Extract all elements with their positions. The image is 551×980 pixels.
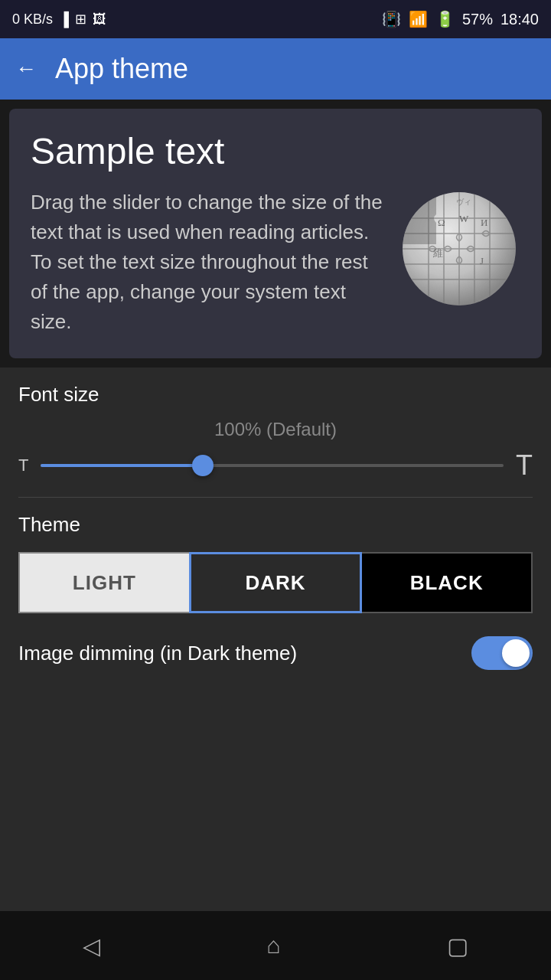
font-size-slider-row: T T <box>18 449 533 482</box>
wifi-icon: 📶 <box>409 10 428 28</box>
font-size-section-title: Font size <box>18 383 533 407</box>
app-bar: ← App theme <box>0 38 551 100</box>
vibrate-icon: 📳 <box>382 10 401 28</box>
toggle-thumb <box>502 639 530 667</box>
wikipedia-globe-image: Ω W И 維 J ヴィ <box>398 188 520 310</box>
theme-dark-button[interactable]: DARK <box>189 552 363 613</box>
image-dimming-row: Image dimming (in Dark theme) <box>18 636 533 670</box>
image-dimming-toggle[interactable] <box>471 636 533 670</box>
slider-thumb[interactable] <box>192 455 214 476</box>
nav-home-button[interactable]: ⌂ <box>266 933 280 959</box>
font-size-large-label: T <box>516 449 533 482</box>
theme-section-title: Theme <box>18 513 533 537</box>
svg-text:維: 維 <box>432 247 443 259</box>
battery-percent: 57% <box>462 11 493 28</box>
theme-light-button[interactable]: LIGHT <box>18 552 189 613</box>
signal-icon: ▐ <box>59 11 69 28</box>
image-dimming-label: Image dimming (in Dark theme) <box>18 642 297 665</box>
content-area: Font size 100% (Default) T T Theme LIGHT… <box>0 368 551 911</box>
preview-card: Sample text Drag the slider to change th… <box>9 109 542 358</box>
font-size-slider-container[interactable] <box>41 450 504 481</box>
divider-1 <box>18 497 533 498</box>
svg-text:Ω: Ω <box>438 217 445 228</box>
slider-fill <box>41 464 203 467</box>
nav-bar: ◁ ⌂ ▢ <box>0 911 551 980</box>
status-right: 📳 📶 🔋 57% 18:40 <box>382 10 539 28</box>
svg-text:ヴィ: ヴィ <box>456 198 471 206</box>
nav-recents-button[interactable]: ▢ <box>447 933 468 959</box>
status-left: 0 KB/s ▐ ⊞ 🖼 <box>12 11 106 28</box>
preview-description: Drag the slider to change the size of th… <box>31 188 383 337</box>
sample-text-heading: Sample text <box>31 130 520 172</box>
network-speed: 0 KB/s <box>12 11 53 28</box>
theme-buttons-group: LIGHT DARK BLACK <box>18 552 533 613</box>
barcode-icon: ⊞ <box>75 11 86 28</box>
page-title: App theme <box>55 53 188 85</box>
image-icon: 🖼 <box>93 11 106 28</box>
theme-black-button[interactable]: BLACK <box>362 552 533 613</box>
nav-back-button[interactable]: ◁ <box>83 933 100 959</box>
svg-text:W: W <box>459 213 469 224</box>
slider-track <box>41 464 504 467</box>
battery-icon: 🔋 <box>435 10 455 28</box>
svg-text:J: J <box>480 255 484 266</box>
back-button[interactable]: ← <box>15 57 37 81</box>
font-size-small-label: T <box>18 456 28 475</box>
font-size-value: 100% (Default) <box>18 419 533 440</box>
preview-body: Drag the slider to change the size of th… <box>31 188 520 337</box>
clock: 18:40 <box>500 11 539 28</box>
svg-text:И: И <box>481 217 487 228</box>
status-bar: 0 KB/s ▐ ⊞ 🖼 📳 📶 🔋 57% 18:40 <box>0 0 551 38</box>
